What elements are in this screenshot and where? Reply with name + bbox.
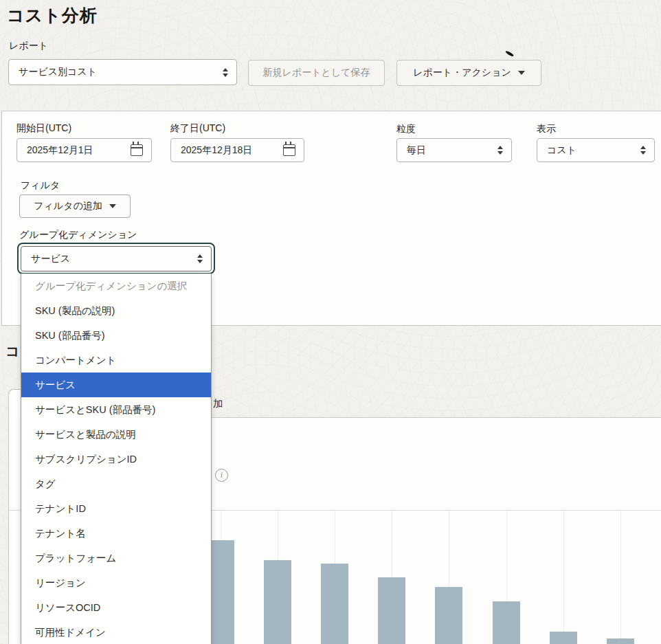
dropdown-option[interactable]: 可用性ドメイン [21, 620, 211, 644]
dropdown-option[interactable]: リージョン [21, 570, 211, 595]
start-date-label: 開始日(UTC) [16, 122, 71, 135]
page-title: コスト分析 [7, 4, 98, 27]
show-label: 表示 [537, 123, 556, 135]
dropdown-option[interactable]: リソースOCID [21, 595, 211, 620]
add-filter-button[interactable]: フィルタの追加 [19, 195, 131, 218]
dropdown-option[interactable]: テナントID [21, 496, 211, 521]
add-filter-label: フィルタの追加 [34, 200, 102, 212]
granularity-select[interactable]: 毎日 [396, 138, 512, 162]
section-heading-fragment: コ [5, 342, 19, 361]
show-select[interactable]: コスト [537, 138, 655, 162]
calendar-icon[interactable] [283, 144, 295, 156]
start-date-value: 2025年12月1日 [27, 144, 93, 157]
select-updown-icon [197, 254, 203, 263]
dropdown-option[interactable]: サービスとSKU (部品番号) [21, 397, 211, 422]
grouping-dropdown-list: グループ化ディメンションの選択SKU (製品の説明)SKU (部品番号)コンパー… [21, 274, 212, 644]
dropdown-option[interactable]: SKU (製品の説明) [21, 298, 211, 323]
report-actions-button[interactable]: レポート・アクション [396, 60, 541, 86]
dropdown-option[interactable]: SKU (部品番号) [21, 323, 211, 348]
report-actions-label: レポート・アクション [413, 67, 511, 79]
save-as-new-report-button[interactable]: 新規レポートとして保存 [248, 60, 385, 86]
granularity-value: 毎日 [407, 144, 426, 157]
start-date-input[interactable]: 2025年12月1日 [16, 138, 152, 162]
granularity-label: 粒度 [396, 123, 416, 135]
dropdown-option[interactable]: プラットフォーム [21, 546, 211, 570]
report-select-value: サービス別コスト [19, 66, 97, 78]
dropdown-option[interactable]: サブスクリプションID [21, 447, 211, 471]
dropdown-arrow-icon [518, 71, 525, 75]
show-value: コスト [547, 144, 576, 157]
dropdown-option[interactable]: テナント名 [21, 521, 211, 546]
report-label: レポート [9, 40, 48, 52]
end-date-input[interactable]: 2025年12月18日 [170, 138, 304, 162]
dropdown-option[interactable]: グループ化ディメンションの選択 [21, 274, 211, 298]
end-date-value: 2025年12月18日 [181, 144, 252, 157]
report-select[interactable]: サービス別コスト [8, 59, 237, 85]
grouping-dimension-label: グループ化ディメンション [19, 229, 137, 241]
select-updown-icon [223, 68, 228, 77]
info-icon[interactable]: i [215, 469, 228, 482]
grouping-select-value: サービス [31, 253, 70, 265]
select-updown-icon [497, 146, 503, 155]
select-updown-icon [640, 146, 646, 155]
dropdown-option[interactable]: サービスと製品の説明 [21, 422, 211, 447]
add-tab-label-fragment[interactable]: 加 [213, 397, 223, 410]
end-date-label: 終了日(UTC) [170, 122, 225, 135]
dropdown-option[interactable]: タグ [21, 471, 211, 496]
filter-label: フィルタ [21, 179, 60, 192]
dropdown-option[interactable]: コンパートメント [21, 348, 211, 373]
dropdown-option[interactable]: サービス [21, 373, 211, 397]
ink-artifact-1 [505, 50, 514, 57]
grouping-dimension-select[interactable]: サービス [21, 246, 212, 271]
calendar-icon[interactable] [131, 144, 143, 156]
dropdown-arrow-icon [109, 204, 116, 208]
